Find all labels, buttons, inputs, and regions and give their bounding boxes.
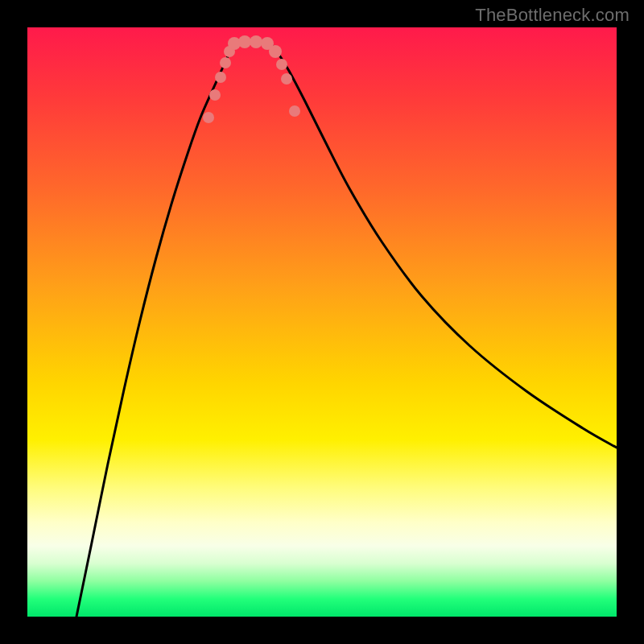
data-marker <box>203 112 214 123</box>
curve-left <box>76 42 234 617</box>
plot-area <box>27 27 617 617</box>
data-marker <box>250 35 262 48</box>
watermark-text: TheBottleneck.com <box>475 5 630 26</box>
data-marker <box>238 35 251 48</box>
curve-right <box>269 42 617 448</box>
data-marker <box>269 45 282 58</box>
data-marker <box>276 59 287 70</box>
data-marker <box>209 89 221 101</box>
data-marker <box>220 57 231 68</box>
chart-svg <box>27 27 617 617</box>
data-marker <box>281 73 292 85</box>
chart-frame: TheBottleneck.com <box>0 0 644 644</box>
data-marker <box>215 72 226 83</box>
data-marker <box>289 105 300 117</box>
